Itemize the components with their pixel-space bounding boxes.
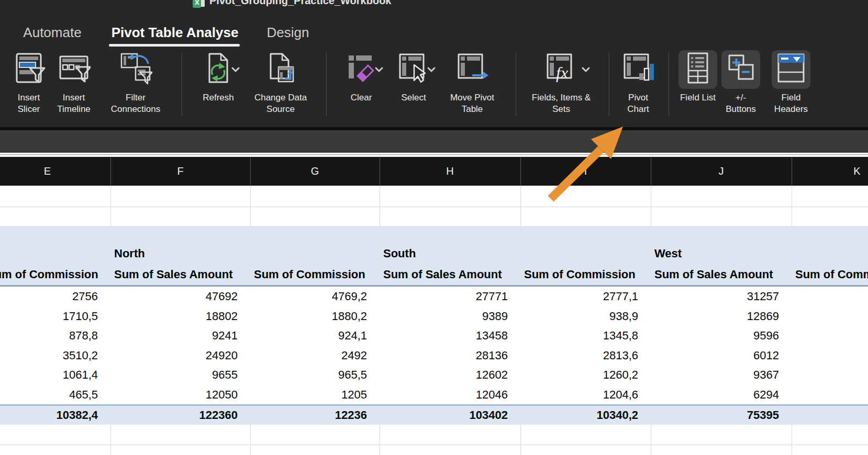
column-header-separator	[651, 157, 651, 185]
pivot-value-cell[interactable]: 31257	[651, 287, 779, 306]
pivot-value-cell[interactable]: 9389	[380, 306, 508, 326]
pivot-region-label[interactable]: South	[383, 246, 416, 261]
pivot-field-header[interactable]: Sum of Commission	[524, 266, 636, 283]
column-header-separator	[520, 157, 521, 185]
pivot-value-cell[interactable]: 4769,2	[250, 287, 367, 306]
pivot-value-cell[interactable]: 12046	[380, 385, 508, 405]
pivot-total-cell[interactable]: 122360	[110, 406, 238, 425]
pivot-value-cell[interactable]: 2756	[0, 287, 98, 306]
pivot-region-label[interactable]: West	[654, 246, 682, 261]
pivot-total-cell[interactable]: 75395	[651, 406, 779, 425]
pivot-value-cell[interactable]: 938,9	[520, 306, 638, 326]
gridline-vertical	[792, 425, 792, 455]
pivot-field-header[interactable]: Sum of Sales Amount	[383, 266, 502, 283]
pivot-value-cell[interactable]: 878,8	[0, 326, 98, 346]
gridline-vertical	[110, 186, 111, 226]
gridline-vertical	[651, 425, 651, 455]
pivot-value-cell[interactable]: 12602	[380, 365, 508, 385]
pivot-value-cell[interactable]: 1710,5	[0, 306, 98, 326]
pivot-field-header[interactable]: Sum of Commission	[254, 266, 365, 283]
pivot-value-cell[interactable]: 6012	[651, 346, 779, 366]
column-header-f[interactable]: F	[110, 157, 250, 186]
pivot-region-label[interactable]: North	[114, 246, 145, 261]
pivot-value-cell[interactable]: 2777,1	[520, 287, 638, 306]
gridline-vertical	[520, 186, 521, 226]
pivot-value-cell[interactable]: 27771	[380, 287, 508, 306]
pivot-value-cell[interactable]: 9367	[651, 365, 779, 385]
pivot-field-header[interactable]: Sum of Commission	[795, 266, 868, 283]
spreadsheet-grid: EFGHIJKNorthSouthWestSum of CommissionSu…	[0, 0, 868, 455]
pivot-value-cell[interactable]: 12050	[110, 385, 238, 405]
pivot-total-cell[interactable]: 103402	[380, 406, 508, 425]
pivot-value-cell[interactable]: 24920	[110, 346, 238, 366]
pivot-field-header[interactable]: Sum of Commission	[0, 266, 98, 283]
pivot-field-header[interactable]: Sum of Sales Amount	[114, 266, 233, 283]
gridline-horizontal	[0, 207, 868, 207]
column-header-separator	[250, 157, 251, 185]
pivot-value-cell[interactable]: 465,5	[0, 385, 98, 405]
pivot-value-cell[interactable]: 18802	[110, 306, 238, 326]
pivot-value-cell[interactable]: 1205	[250, 385, 367, 405]
column-header-separator	[380, 157, 380, 185]
pivot-value-cell[interactable]: 47692	[110, 287, 238, 306]
gridline-vertical	[110, 425, 111, 455]
pivot-value-cell[interactable]: 1204,6	[520, 385, 638, 405]
pivot-total-cell[interactable]: 12236	[250, 406, 367, 425]
pivot-value-cell[interactable]: 6294	[651, 385, 779, 405]
pivot-value-cell[interactable]: 1061,4	[0, 365, 98, 385]
gridline-vertical	[250, 425, 251, 455]
pivot-value-cell[interactable]: 2813,6	[520, 346, 638, 366]
gridline-vertical	[380, 425, 380, 455]
gridline-vertical	[380, 186, 380, 226]
gridline-vertical	[792, 186, 792, 226]
pivot-total-cell[interactable]: 10382,4	[0, 406, 98, 425]
column-header-separator	[792, 157, 792, 185]
pivot-total-cell[interactable]: 10340,2	[520, 406, 638, 425]
pivot-value-cell[interactable]: 3510,2	[0, 346, 98, 366]
column-header-h[interactable]: H	[380, 157, 520, 186]
gridline-vertical	[651, 186, 651, 226]
pivot-value-cell[interactable]: 13458	[380, 326, 508, 346]
pivot-value-cell[interactable]: 1260,2	[520, 365, 638, 385]
column-header-e[interactable]: E	[0, 157, 110, 186]
pivot-value-cell[interactable]: 2492	[250, 346, 367, 366]
pivot-field-header[interactable]: Sum of Sales Amount	[654, 266, 773, 283]
gridline-horizontal	[0, 445, 868, 445]
pivot-value-cell[interactable]: 9655	[110, 365, 238, 385]
pivot-value-cell[interactable]: 1345,8	[520, 326, 638, 346]
column-header-k[interactable]: K	[792, 157, 868, 186]
pivot-value-cell[interactable]: 924,1	[250, 326, 367, 346]
excel-window: X Pivot_Grouping_Practice_Workbook Autom…	[0, 0, 868, 455]
column-header-i[interactable]: I	[520, 157, 651, 186]
pivot-value-cell[interactable]: 9596	[651, 326, 779, 346]
gridline-vertical	[250, 186, 251, 226]
pivot-value-cell[interactable]: 1880,2	[250, 306, 367, 326]
column-header-g[interactable]: G	[250, 157, 380, 186]
gridline-vertical	[520, 425, 521, 455]
column-header-separator	[110, 157, 111, 185]
pivot-value-cell[interactable]: 9241	[110, 326, 238, 346]
pivot-value-cell[interactable]: 965,5	[250, 365, 367, 385]
column-header-j[interactable]: J	[651, 157, 792, 186]
pivot-value-cell[interactable]: 12869	[651, 306, 779, 326]
pivot-value-cell[interactable]: 28136	[380, 346, 508, 366]
